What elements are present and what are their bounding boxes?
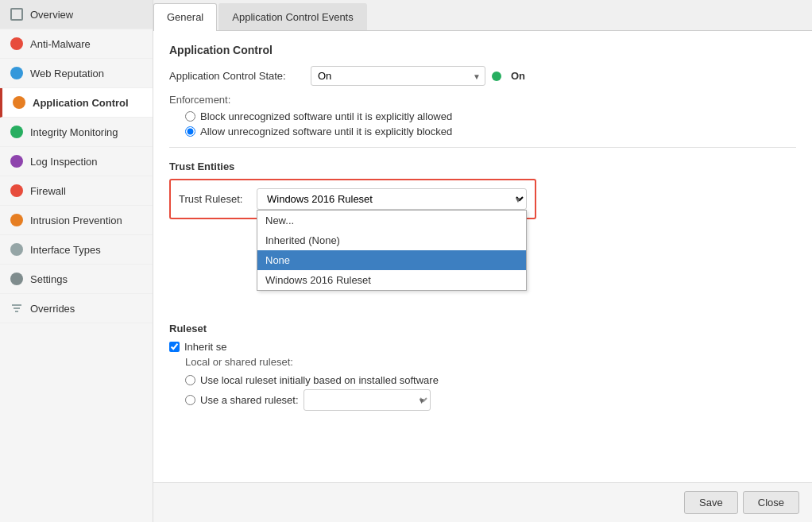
sidebar: Overview Anti-Malware Web Reputation App… [0,0,153,522]
shared-ruleset-select-wrapper: ▼ [304,389,431,411]
sidebar-label-interface-types: Interface Types [30,244,101,256]
radio-block-label: Block unrecognized software until it is … [200,110,452,122]
sidebar-item-settings[interactable]: Settings [0,265,153,294]
sidebar-label-web-reputation: Web Reputation [30,68,104,79]
dropdown-item-windows-2016[interactable]: Windows 2016 Ruleset [257,270,526,290]
sidebar-label-settings: Settings [30,273,68,285]
intrusion-prevention-icon [10,213,24,227]
dropdown-item-inherited-none[interactable]: Inherited (None) [257,230,526,250]
sidebar-label-overview: Overview [30,9,73,21]
ruleset-title: Ruleset [169,323,796,334]
tab-bar: General Application Control Events [153,0,812,31]
application-control-section: Application Control Application Control … [169,44,796,137]
local-shared-label: Local or shared ruleset: [185,356,796,368]
status-text: On [511,70,525,82]
radio-allow-row: Allow unrecognized software until it is … [185,126,796,137]
log-inspection-icon [10,154,24,168]
status-dot-icon [492,72,501,81]
sidebar-label-overrides: Overrides [30,303,75,315]
sidebar-item-overview[interactable]: Overview [0,0,153,29]
footer: Save Close [153,482,812,522]
state-row: Application Control State: On Off ▼ On [169,66,796,86]
sidebar-item-firewall[interactable]: Firewall [0,176,153,206]
trust-select-wrapper: Windows 2016 Ruleset ▼ New... Inherited … [257,188,527,210]
enforcement-label: Enforcement: [169,94,796,106]
trust-ruleset-select[interactable]: Windows 2016 Ruleset [257,188,527,210]
overview-icon [10,7,24,21]
radio-shared-row: Use a shared ruleset: ▼ [185,389,796,411]
radio-block[interactable] [185,111,195,122]
inherit-checkbox[interactable] [169,342,180,352]
sidebar-label-firewall: Firewall [30,185,66,197]
state-select[interactable]: On Off [311,66,485,86]
sidebar-label-anti-malware: Anti-Malware [30,38,91,50]
content-body: Application Control Application Control … [153,31,812,482]
sidebar-item-log-inspection[interactable]: Log Inspection [0,147,153,176]
divider [169,147,796,148]
sidebar-item-interface-types[interactable]: Interface Types [0,235,153,265]
sidebar-item-application-control[interactable]: Application Control [0,88,153,118]
close-button[interactable]: Close [743,491,799,514]
radio-block-row: Block unrecognized software until it is … [185,110,796,122]
tab-application-control-events[interactable]: Application Control Events [218,3,366,30]
radio-use-shared[interactable] [185,395,195,405]
radio-local-row: Use local ruleset initially based on ins… [185,374,796,386]
radio-use-local[interactable] [185,375,195,385]
trust-ruleset-label: Trust Ruleset: [179,193,250,205]
state-label: Application Control State: [169,70,304,82]
trust-entities-title: Trust Entities [169,160,796,172]
radio-use-shared-label: Use a shared ruleset: [200,394,299,406]
interface-types-icon [10,242,24,257]
sidebar-label-integrity-monitoring: Integrity Monitoring [30,126,118,138]
state-select-wrapper: On Off ▼ [311,66,485,86]
sidebar-label-log-inspection: Log Inspection [30,156,98,168]
sidebar-item-integrity-monitoring[interactable]: Integrity Monitoring [0,118,153,147]
sidebar-item-anti-malware[interactable]: Anti-Malware [0,29,153,59]
settings-icon [10,272,24,286]
inherit-checkbox-row: Inherit se [169,341,796,353]
trust-entities-box: Trust Ruleset: Windows 2016 Ruleset ▼ Ne… [169,179,536,219]
radio-use-local-label: Use local ruleset initially based on ins… [200,374,439,386]
sidebar-item-intrusion-prevention[interactable]: Intrusion Prevention [0,206,153,235]
inherit-label: Inherit se [184,341,226,353]
sidebar-item-web-reputation[interactable]: Web Reputation [0,59,153,88]
radio-allow[interactable] [185,126,195,137]
ruleset-section: Ruleset Inherit se Local or shared rules… [169,323,796,411]
radio-allow-label: Allow unrecognized software until it is … [200,126,452,137]
dropdown-item-none[interactable]: None [257,250,526,270]
firewall-icon [10,184,24,198]
integrity-monitoring-icon [10,125,24,139]
save-button[interactable]: Save [684,491,738,514]
trust-ruleset-dropdown: New... Inherited (None) None Windows 201… [257,210,527,291]
trust-ruleset-row: Trust Ruleset: Windows 2016 Ruleset ▼ Ne… [179,188,527,210]
anti-malware-icon [10,37,24,51]
sidebar-label-application-control: Application Control [33,97,129,109]
content-area: General Application Control Events Appli… [153,0,812,522]
web-reputation-icon [10,66,24,80]
shared-ruleset-select[interactable] [304,389,431,411]
tab-general[interactable]: General [153,3,217,31]
application-control-icon [12,95,26,110]
overrides-icon [10,301,24,315]
dropdown-item-new[interactable]: New... [257,211,526,230]
main-layout: Overview Anti-Malware Web Reputation App… [0,0,812,522]
sidebar-item-overrides[interactable]: Overrides [0,294,153,323]
sidebar-label-intrusion-prevention: Intrusion Prevention [30,215,122,226]
section-title: Application Control [169,44,796,56]
